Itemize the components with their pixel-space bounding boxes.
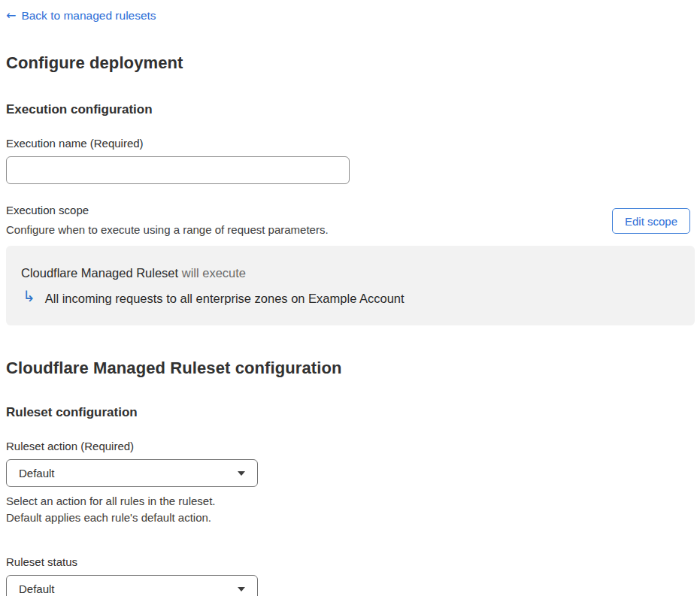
execution-configuration-heading: Execution configuration <box>6 102 695 117</box>
will-execute-text: will execute <box>182 266 246 280</box>
ruleset-action-selected-value: Default <box>19 467 55 480</box>
back-to-managed-rulesets-link[interactable]: ← Back to managed rulesets <box>6 9 156 23</box>
scope-summary-box: Cloudflare Managed Ruleset will execute … <box>6 246 695 325</box>
scope-detail-text: All incoming requests to all enterprise … <box>45 292 405 306</box>
ruleset-status-label: Ruleset status <box>6 555 695 568</box>
ruleset-configuration-subheading: Ruleset configuration <box>6 405 695 420</box>
ruleset-status-selected-value: Default <box>19 582 55 595</box>
ruleset-name-text: Cloudflare Managed Ruleset <box>21 266 178 280</box>
ruleset-action-select[interactable]: Default <box>6 459 258 487</box>
execution-name-input[interactable] <box>6 156 350 184</box>
execution-name-label: Execution name (Required) <box>6 137 695 150</box>
execution-scope-row: Execution scope Configure when to execut… <box>6 204 695 238</box>
scope-summary-detail: ↳ All incoming requests to all enterpris… <box>21 291 680 306</box>
ruleset-action-help-line2: Default applies each rule's default acti… <box>6 510 695 526</box>
scope-summary-headline: Cloudflare Managed Ruleset will execute <box>21 266 680 280</box>
execution-scope-label: Execution scope <box>6 204 329 216</box>
execution-scope-description: Configure when to execute using a range … <box>6 222 329 238</box>
ruleset-configuration-title: Cloudflare Managed Ruleset configuration <box>6 359 695 378</box>
edit-scope-button[interactable]: Edit scope <box>612 208 690 234</box>
execution-scope-text-block: Execution scope Configure when to execut… <box>6 204 329 238</box>
page-title: Configure deployment <box>6 53 695 73</box>
chevron-down-icon <box>238 587 245 591</box>
branch-arrow-icon: ↳ <box>23 289 35 304</box>
configure-deployment-page: ← Back to managed rulesets Configure dep… <box>0 0 700 596</box>
chevron-down-icon <box>238 471 245 476</box>
ruleset-action-label: Ruleset action (Required) <box>6 440 695 452</box>
back-arrow-icon: ← <box>6 10 16 22</box>
ruleset-status-select[interactable]: Default <box>6 575 258 596</box>
back-link-label: Back to managed rulesets <box>21 9 156 23</box>
ruleset-action-help-line1: Select an action for all rules in the ru… <box>6 493 695 510</box>
